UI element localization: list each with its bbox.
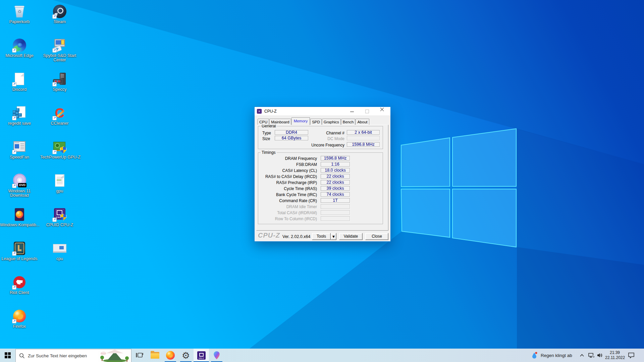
desktop-icon-label: Firefox xyxy=(0,324,39,329)
tab-cpu[interactable]: CPU xyxy=(258,119,269,125)
tools-button[interactable]: Tools xyxy=(312,233,331,240)
timing-field-0: 1596.8 MHz xyxy=(321,156,350,161)
desktop-icon-windows-11-download[interactable]: DVDWindows 11Download xyxy=(0,173,39,198)
speaker-icon[interactable] xyxy=(597,349,603,362)
taskbar-cpuz-button[interactable] xyxy=(194,349,209,362)
desktop-icon-steam[interactable]: Steam xyxy=(40,4,79,24)
desktop-icon-cpuid-cpu-z[interactable]: CPU-ZCPUID CPU-Z xyxy=(40,207,79,227)
notification-icon[interactable] xyxy=(628,349,635,362)
file-explorer-icon xyxy=(151,352,159,359)
desktop-icon-label: Riot Client xyxy=(0,291,39,295)
network-icon[interactable] xyxy=(588,349,594,362)
desktop-icon-discord[interactable]: Discord xyxy=(0,72,39,92)
minimize-button[interactable] xyxy=(345,107,360,115)
close-dialog-button[interactable]: Close xyxy=(365,233,388,240)
timing-label-5: Cycle Time (tRAS) xyxy=(257,186,317,191)
tray-clock[interactable]: 21:39 22.11.2022 xyxy=(605,350,625,360)
channel-field: 2 x 64-bit xyxy=(347,130,380,135)
maximize-button[interactable] xyxy=(360,107,374,115)
taskbar-file-explorer-button[interactable] xyxy=(147,349,163,362)
speedfan-icon xyxy=(12,139,27,154)
tray-chevron-icon[interactable] xyxy=(580,349,584,362)
ccleaner-icon: C xyxy=(52,106,67,120)
desktop-icon-label: Microsoft Edge xyxy=(0,54,39,58)
timing-field-6: 74 clocks xyxy=(321,192,350,197)
close-button[interactable] xyxy=(374,107,389,115)
desktop-icon-techpowerup-gpu-z[interactable]: TechPowerUp GPU-Z xyxy=(40,139,79,160)
taskbar-maps-button[interactable] xyxy=(209,349,224,362)
shortcut-arrow-overlay xyxy=(52,150,57,154)
taskbar-settings-button[interactable]: ⚙ xyxy=(178,349,194,362)
desktop-icon-label: regedit save xyxy=(0,121,39,126)
timing-field-5: 39 clocks xyxy=(321,186,350,191)
weather-icon[interactable] xyxy=(532,349,537,362)
desktop-icon-label: CCleaner xyxy=(40,121,79,126)
cpuz-icon xyxy=(197,351,206,360)
weather-text[interactable]: Regen klingt ab xyxy=(541,349,572,362)
type-field: DDR4 xyxy=(275,130,308,135)
windows-logo-icon xyxy=(5,352,11,358)
timings-caption: Timings xyxy=(261,150,277,155)
taskbar: Zur Suche Text hier eingeben ⚙ xyxy=(0,349,644,362)
clock-date: 22.11.2022 xyxy=(605,355,625,360)
desktop-icon-label: Spybot-S&D StartCenter xyxy=(40,54,79,62)
start-button[interactable] xyxy=(0,349,15,362)
timing-label-9: Total CAS# (tRDRAM) xyxy=(257,210,317,215)
steam-icon xyxy=(52,4,67,19)
desktop-icon-speccy[interactable]: Speccy xyxy=(40,72,79,92)
shortcut-arrow-overlay xyxy=(12,319,16,323)
tab-about[interactable]: About xyxy=(356,119,369,125)
desktop-icon-gpu[interactable]: gpu xyxy=(40,173,79,193)
desktop-icon-firefox[interactable]: Firefox xyxy=(0,309,39,329)
timing-label-10: Row To Column (tRCD) xyxy=(257,217,317,221)
cpuz-window: CPU-Z CPUMainboardMemorySPDGraphicsBench… xyxy=(254,107,391,242)
window-title: CPU-Z xyxy=(264,109,277,114)
desktop-icon-league-of-legends[interactable]: League of Legends xyxy=(0,241,39,261)
desktop-icon-papierkorb[interactable]: ♻Papierkorb xyxy=(0,4,39,24)
channel-label: Channel # xyxy=(304,131,344,135)
desktop-icon-label: Windows-Kompatib... xyxy=(0,223,39,227)
tab-memory[interactable]: Memory xyxy=(291,117,310,125)
desktop-icon-cpu[interactable]: cpu xyxy=(40,241,79,261)
firefox-doc-icon xyxy=(12,207,27,222)
league-icon xyxy=(12,241,27,256)
desktop-icon-spybot-sd-start-center[interactable]: Spybot-S&D StartCenter xyxy=(40,38,79,62)
tools-dropdown-button[interactable]: ▼ xyxy=(331,233,336,240)
dc-mode-field xyxy=(347,136,380,140)
uncore-frequency-label: Uncore Frequency xyxy=(304,143,344,147)
tab-mainboard[interactable]: Mainboard xyxy=(269,119,291,125)
gear-icon: ⚙ xyxy=(182,351,190,360)
firefox-icon xyxy=(166,351,175,360)
validate-button[interactable]: Validate xyxy=(339,233,363,240)
desktop-icon-label: Steam xyxy=(40,20,79,24)
desktop-icon-speedfan[interactable]: SpeedFan xyxy=(0,139,39,160)
desktop-icon-label: SpeedFan xyxy=(0,155,39,160)
timing-field-10 xyxy=(321,216,350,221)
desktop-icon-label: League of Legends xyxy=(0,257,39,261)
task-view-button[interactable] xyxy=(132,349,147,362)
taskbar-firefox-button[interactable] xyxy=(163,349,178,362)
desktop-icon-label: Windows 11Download xyxy=(0,189,39,198)
desktop-icon-microsoft-edge[interactable]: Microsoft Edge xyxy=(0,38,39,58)
tab-graphics[interactable]: Graphics xyxy=(322,119,341,125)
desktop-icon-label: Discord xyxy=(0,87,39,92)
desktop-icon-ccleaner[interactable]: CCCleaner xyxy=(40,106,79,126)
shortcut-arrow-overlay xyxy=(12,48,16,53)
desktop-icon-regedit-save[interactable]: regedit save xyxy=(0,106,39,126)
map-pin-icon xyxy=(214,351,220,359)
tab-bench[interactable]: Bench xyxy=(341,119,356,125)
desktop-icon-label: TechPowerUp GPU-Z xyxy=(40,155,79,160)
timing-label-2: CAS# Latency (CL) xyxy=(257,168,317,173)
desktop-icon-label: gpu xyxy=(40,189,79,193)
desktop-icon-label: Papierkorb xyxy=(0,20,39,24)
gpuz-icon xyxy=(52,139,67,154)
timing-field-9 xyxy=(321,210,350,215)
shortcut-arrow-overlay xyxy=(12,251,16,256)
desktop-icon-riot-client[interactable]: Riot Client xyxy=(0,275,39,295)
tab-spd[interactable]: SPD xyxy=(310,119,322,125)
shortcut-arrow-overlay xyxy=(12,82,16,86)
timing-label-3: RAS# to CAS# Delay (tRCD) xyxy=(257,174,317,179)
search-weather-graphic xyxy=(98,349,131,362)
desktop-icon-windows-kompatib[interactable]: Windows-Kompatib... xyxy=(0,207,39,227)
taskbar-search[interactable]: Zur Suche Text hier eingeben xyxy=(15,349,131,362)
